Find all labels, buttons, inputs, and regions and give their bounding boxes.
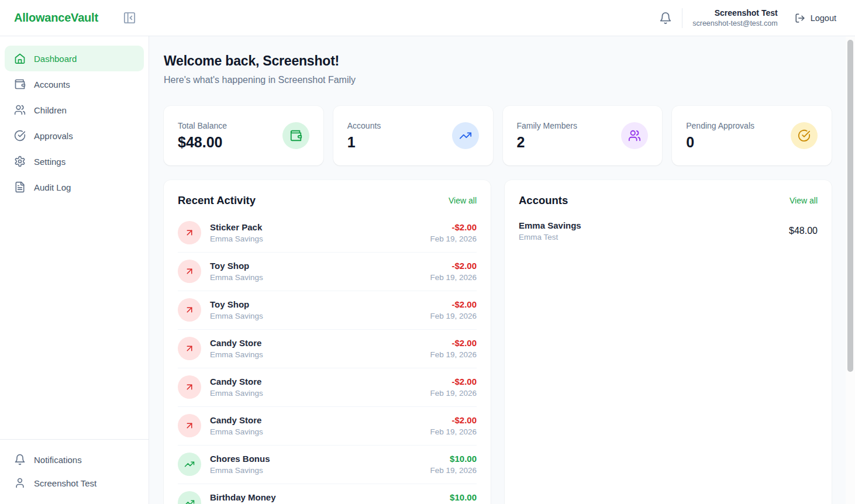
transaction-info: Toy Shop Emma Savings	[210, 299, 421, 320]
transaction-meta: -$2.00 Feb 19, 2026	[430, 338, 477, 359]
sidebar-item[interactable]: Settings	[5, 149, 144, 174]
transaction-row[interactable]: Toy Shop Emma Savings -$2.00 Feb 19, 202…	[178, 291, 477, 330]
page-subtitle: Here's what's happening in Screenshot Fa…	[164, 75, 832, 85]
wallet-icon	[282, 122, 309, 149]
sidebar-item[interactable]: Dashboard	[5, 46, 144, 71]
home-icon	[14, 53, 26, 64]
scrollbar-track	[846, 36, 855, 504]
panels-grid: Recent Activity View all Sticker Pack Em…	[164, 180, 832, 504]
sidebar-item-label: Accounts	[34, 80, 70, 89]
document-icon	[14, 181, 26, 193]
transaction-amount: -$2.00	[430, 222, 477, 232]
recent-activity-title: Recent Activity	[178, 194, 256, 207]
sidebar-item[interactable]: Children	[5, 97, 144, 123]
scrollbar-thumb[interactable]	[847, 40, 853, 372]
sidebar-footer-item[interactable]: Notifications	[5, 448, 144, 471]
transaction-meta: -$2.00 Feb 19, 2026	[430, 415, 477, 436]
sidebar-item-label: Children	[34, 105, 67, 115]
stat-card: Accounts 1	[333, 106, 493, 165]
accounts-title: Accounts	[519, 194, 568, 207]
transaction-amount: -$2.00	[430, 415, 477, 425]
transaction-meta: -$2.00 Feb 19, 2026	[430, 377, 477, 398]
panel-left-close-icon	[123, 11, 136, 25]
header-divider	[682, 8, 682, 28]
wallet-icon	[14, 78, 26, 90]
stat-value: $48.00	[178, 134, 227, 151]
arrow-up-right-icon	[178, 298, 201, 322]
logout-icon	[795, 13, 805, 23]
account-info: Emma Savings Emma Test	[519, 220, 581, 241]
recent-activity-view-all-link[interactable]: View all	[449, 196, 477, 205]
sidebar-footer: Notifications Screenshot Test	[0, 439, 149, 504]
sidebar-collapse-button[interactable]	[123, 11, 136, 25]
transaction-date: Feb 19, 2026	[430, 427, 477, 436]
stat-card: Total Balance $48.00	[164, 106, 323, 165]
bell-icon[interactable]	[659, 12, 672, 25]
transaction-name: Sticker Pack	[210, 222, 421, 232]
stat-label: Accounts	[347, 121, 381, 130]
sidebar-item[interactable]: Approvals	[5, 123, 144, 149]
sidebar-item[interactable]: Accounts	[5, 71, 144, 97]
trending-up-icon	[452, 122, 479, 149]
transaction-meta: $10.00 Feb 19, 2026	[430, 492, 477, 504]
stat-label: Total Balance	[178, 121, 227, 130]
stat-label: Pending Approvals	[686, 121, 754, 130]
transaction-row[interactable]: Birthday Money Emma Savings $10.00 Feb 1…	[178, 484, 477, 504]
sidebar-nav: Dashboard Accounts Children Approvals Se…	[5, 46, 144, 200]
transaction-row[interactable]: Candy Store Emma Savings -$2.00 Feb 19, …	[178, 330, 477, 368]
transaction-row[interactable]: Candy Store Emma Savings -$2.00 Feb 19, …	[178, 368, 477, 407]
transaction-account: Emma Savings	[210, 273, 421, 282]
arrow-up-right-icon	[178, 375, 201, 399]
transaction-info: Sticker Pack Emma Savings	[210, 222, 421, 243]
transaction-amount: -$2.00	[430, 338, 477, 348]
users-icon	[621, 122, 648, 149]
trending-up-icon	[178, 491, 201, 504]
transaction-name: Candy Store	[210, 338, 421, 348]
arrow-up-right-icon	[178, 221, 201, 244]
transaction-date: Feb 19, 2026	[430, 312, 477, 320]
transaction-row[interactable]: Sticker Pack Emma Savings -$2.00 Feb 19,…	[178, 214, 477, 253]
trending-up-icon	[178, 453, 201, 476]
arrow-up-right-icon	[178, 337, 201, 360]
transaction-account: Emma Savings	[210, 466, 421, 475]
transaction-info: Candy Store Emma Savings	[210, 338, 421, 359]
main-content: Welcome back, Screenshot! Here's what's …	[149, 36, 846, 504]
transaction-row[interactable]: Toy Shop Emma Savings -$2.00 Feb 19, 202…	[178, 253, 477, 291]
logout-button[interactable]: Logout	[791, 12, 840, 24]
check-circle-icon	[14, 130, 26, 141]
transaction-meta: $10.00 Feb 19, 2026	[430, 454, 477, 475]
user-name: Screenshot Test	[692, 8, 777, 18]
transaction-amount: $10.00	[430, 492, 477, 502]
transaction-amount: -$2.00	[430, 261, 477, 271]
stat-value: 1	[347, 134, 381, 151]
sidebar: Dashboard Accounts Children Approvals Se…	[0, 36, 149, 504]
transaction-info: Birthday Money Emma Savings	[210, 492, 421, 504]
stat-text: Pending Approvals 0	[686, 121, 754, 151]
stat-text: Family Members 2	[517, 121, 577, 151]
transaction-info: Chores Bonus Emma Savings	[210, 454, 421, 475]
sidebar-footer-item[interactable]: Screenshot Test	[5, 471, 144, 495]
transaction-amount: -$2.00	[430, 377, 477, 386]
transaction-meta: -$2.00 Feb 19, 2026	[430, 261, 477, 282]
transaction-row[interactable]: Chores Bonus Emma Savings $10.00 Feb 19,…	[178, 446, 477, 484]
sidebar-item[interactable]: Audit Log	[5, 174, 144, 200]
transaction-name: Birthday Money	[210, 492, 421, 502]
stat-card: Pending Approvals 0	[672, 106, 832, 165]
stat-card: Family Members 2	[503, 106, 663, 165]
sidebar-item-label: Approvals	[34, 131, 73, 141]
accounts-list: Emma Savings Emma Test $48.00	[519, 214, 818, 248]
account-name: Emma Savings	[519, 220, 581, 230]
bell-icon	[14, 454, 26, 465]
transaction-date: Feb 19, 2026	[430, 234, 477, 243]
account-row[interactable]: Emma Savings Emma Test $48.00	[519, 214, 818, 248]
transaction-row[interactable]: Candy Store Emma Savings -$2.00 Feb 19, …	[178, 407, 477, 446]
recent-activity-header: Recent Activity View all	[178, 194, 477, 207]
arrow-up-right-icon	[178, 414, 201, 437]
accounts-view-all-link[interactable]: View all	[790, 196, 818, 205]
transaction-info: Candy Store Emma Savings	[210, 415, 421, 436]
user-email: screenshot-test@test.com	[692, 19, 777, 27]
header-actions: Screenshot Test screenshot-test@test.com…	[659, 8, 855, 28]
transaction-date: Feb 19, 2026	[430, 273, 477, 282]
logout-label: Logout	[811, 13, 836, 23]
page-title: Welcome back, Screenshot!	[164, 53, 832, 69]
